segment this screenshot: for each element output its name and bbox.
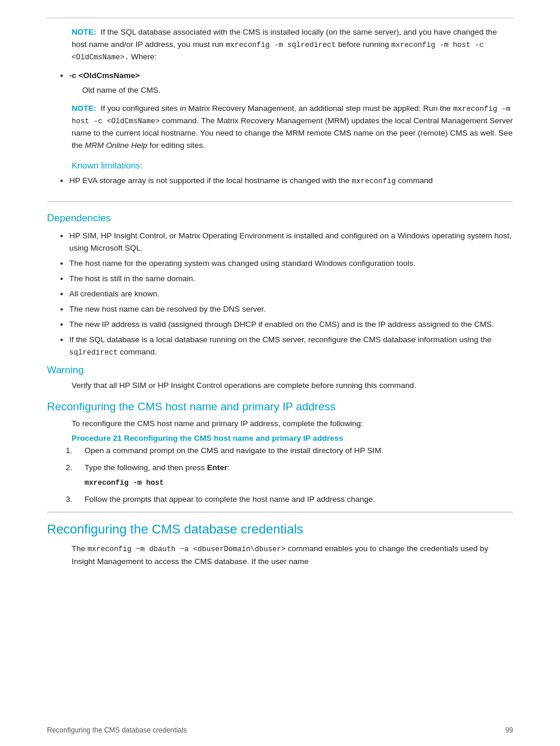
page: NOTE: If the SQL database associated wit… — [0, 0, 560, 746]
known-limitations-heading: Known limitations: — [72, 160, 513, 170]
dependencies-heading: Dependencies — [47, 212, 513, 224]
dep-item-3: All credentials are known. — [69, 288, 513, 301]
dep-item-2: The host is still in the same domain. — [69, 273, 513, 285]
note2-label: NOTE: — [72, 104, 96, 113]
mxreconfig-code: mxreconfig — [352, 177, 396, 185]
reconfiguring-cms-intro: To reconfigure the CMS host name and pri… — [72, 418, 513, 430]
note1-text2: before running — [336, 40, 392, 49]
note1-label: NOTE: — [72, 28, 96, 36]
reconfiguring-cms-heading: Reconfiguring the CMS host name and prim… — [47, 400, 513, 413]
footer: Reconfiguring the CMS database credentia… — [47, 726, 513, 734]
warning-heading: Warning — [47, 364, 513, 376]
dep-item-0: HP SIM, HP Insight Control, or Matrix Op… — [69, 230, 513, 255]
reconfiguring-cms-section: Reconfiguring the CMS host name and prim… — [47, 400, 513, 506]
step-3: Follow the prompts that appear to comple… — [72, 494, 513, 506]
procedure-steps: Open a command prompt on the CMS and nav… — [72, 445, 513, 506]
reconfiguring-db-text: The mxreconfig −m dbauth −a <dbuserDomai… — [72, 543, 513, 568]
step-2: Type the following, and then press Enter… — [72, 462, 513, 489]
old-cms-name-desc: Old name of the CMS. — [82, 85, 513, 97]
dep-item-6: If the SQL database is a local database … — [69, 334, 513, 359]
reconfiguring-db-heading: Reconfiguring the CMS database credentia… — [47, 512, 513, 537]
dep-item-4: The new host name can be resolved by the… — [69, 303, 513, 316]
dep-item-5: The new IP address is valid (assigned th… — [69, 319, 513, 331]
note1-code1: mxreconfig -m sqlredirect — [225, 41, 336, 49]
warning-section: Warning Verify that all HP SIM or HP Ins… — [47, 364, 513, 392]
top-rule — [47, 18, 513, 18]
warning-text: Verify that all HP SIM or HP Insight Con… — [72, 380, 513, 392]
where-label: Where: — [131, 52, 157, 61]
footer-right: Reconfiguring the CMS database credentia… — [47, 726, 187, 734]
known-limitations-section: Known limitations: HP EVA storage array … — [47, 160, 513, 202]
step-1: Open a command prompt on the CMS and nav… — [72, 445, 513, 457]
note2-block: NOTE: If you configured sites in Matrix … — [72, 103, 513, 153]
dep-item-1: The host name for the operating system w… — [69, 258, 513, 270]
step-2-code-block: mxreconfig -m host — [85, 477, 513, 489]
procedure-label: Procedure 21 Reconfiguring the CMS host … — [72, 434, 513, 443]
old-cms-name-list: -c <OldCmsName> Old name of the CMS. — [69, 70, 513, 97]
dependencies-section: Dependencies HP SIM, HP Insight Control,… — [47, 212, 513, 359]
known-limitations-list: HP EVA storage array is not supported if… — [69, 175, 513, 187]
note2-text: If you configured sites in Matrix Recove… — [101, 104, 421, 113]
step-2-code: mxreconfig -m host — [85, 479, 164, 487]
old-cms-name-item: -c <OldCmsName> Old name of the CMS. — [69, 70, 513, 97]
note1-block: NOTE: If the SQL database associated wit… — [72, 26, 513, 64]
dependencies-list: HP SIM, HP Insight Control, or Matrix Op… — [69, 230, 513, 359]
reconfiguring-db-section: Reconfiguring the CMS database credentia… — [47, 512, 513, 568]
known-limitations-item-0: HP EVA storage array is not supported if… — [69, 175, 513, 187]
reconfiguring-db-code: mxreconfig −m dbauth −a <dbuserDomain\db… — [87, 545, 286, 553]
footer-page-num: 99 — [505, 726, 513, 734]
old-cms-name-label: -c <OldCmsName> — [69, 71, 140, 80]
